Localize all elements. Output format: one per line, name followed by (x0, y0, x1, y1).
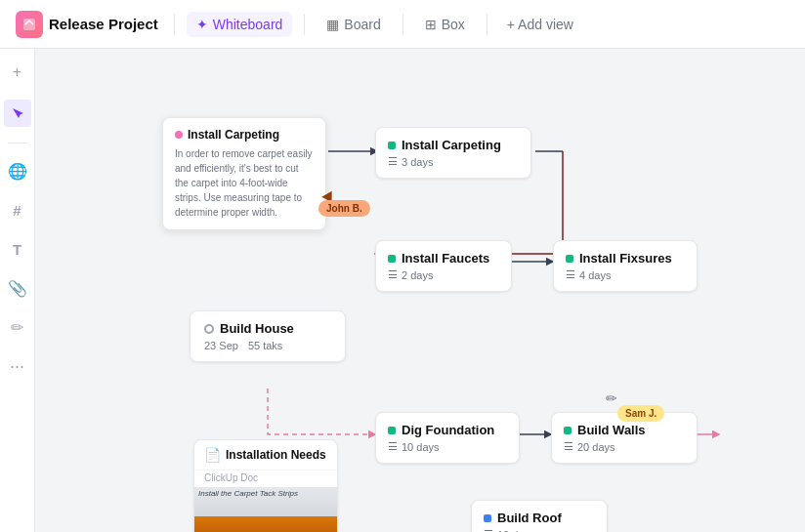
box-icon: ⊞ (425, 17, 437, 32)
sidebar-cursor-icon[interactable] (4, 100, 31, 127)
green-dot (388, 142, 396, 149)
img-caption: Install the Carpet Tack Strips (198, 489, 298, 498)
sidebar-attachment-icon[interactable]: 📎 (6, 276, 29, 300)
install-carpeting-detail-title: Install Carpeting (175, 128, 314, 142)
sidebar-plus-icon[interactable]: + (6, 61, 29, 84)
installation-needs-header: 📄 Installation Needs (194, 440, 337, 471)
dig-foundation-card[interactable]: Dig Foundation ☰ 10 days (375, 412, 520, 464)
install-fixures-title: Install Fixsures (566, 251, 685, 266)
sidebar: + 🌐 # T 📎 ✏ ··· (0, 49, 35, 532)
pencil-icon: ✏ (606, 390, 617, 406)
build-walls-title: Build Walls (564, 423, 685, 437)
nav-divider-4 (487, 14, 487, 35)
install-faucets-meta: ☰ 2 days (388, 268, 499, 281)
nav-divider-1 (174, 14, 175, 35)
green-dot4 (388, 427, 396, 434)
build-roof-card[interactable]: Build Roof ☰ 10 days (471, 500, 608, 532)
days-icon6: ☰ (484, 528, 493, 532)
topbar: Release Project ✦ Whiteboard ▦ Board ⊞ B… (0, 0, 805, 49)
whiteboard-icon: ✦ (196, 17, 208, 32)
dig-foundation-meta: ☰ 10 days (388, 440, 507, 453)
install-carpeting-simple-card[interactable]: Install Carpeting ☰ 3 days (375, 127, 531, 179)
build-house-title: Build House (204, 321, 331, 336)
build-house-meta: 23 Sep 55 taks (204, 340, 331, 351)
installation-needs-title: Installation Needs (226, 448, 326, 462)
green-dot2 (388, 255, 396, 263)
days-icon5: ☰ (564, 440, 573, 453)
sam-badge: Sam J. (617, 405, 664, 422)
days-icon4: ☰ (388, 440, 398, 453)
nav-board-label: Board (344, 17, 380, 32)
add-view-label: + Add view (507, 17, 573, 32)
build-house-card[interactable]: Build House 23 Sep 55 taks (190, 310, 346, 362)
days-icon3: ☰ (566, 268, 575, 281)
install-faucets-title: Install Faucets (388, 251, 499, 266)
green-dot5 (564, 427, 572, 434)
blue-dot (484, 514, 491, 522)
install-fixures-meta: ☰ 4 days (566, 268, 685, 281)
add-view-button[interactable]: + Add view (499, 12, 581, 37)
install-fixures-card[interactable]: Install Fixsures ☰ 4 days (553, 240, 698, 292)
install-carpeting-simple-meta: ☰ 3 days (388, 155, 519, 168)
nav-divider-2 (304, 14, 305, 35)
doc-icon: 📄 (204, 447, 221, 463)
green-dot3 (566, 255, 573, 263)
sidebar-text-icon[interactable]: T (6, 237, 29, 261)
days-icon: ☰ (388, 155, 398, 168)
build-walls-meta: ☰ 20 days (564, 440, 685, 453)
days-icon2: ☰ (388, 268, 398, 281)
app-icon (16, 11, 43, 38)
build-roof-title: Build Roof (484, 511, 595, 525)
installation-needs-card[interactable]: 📄 Installation Needs ClickUp Doc Install… (193, 439, 338, 532)
nav-box[interactable]: ⊞ Box (415, 12, 475, 37)
canvas: Install Carpeting In order to remove car… (35, 49, 805, 532)
dig-foundation-title: Dig Foundation (388, 423, 507, 437)
circle-dot (204, 324, 214, 334)
img-bottom (194, 516, 337, 532)
install-carpeting-detail-card[interactable]: Install Carpeting In order to remove car… (162, 117, 326, 230)
pink-dot (175, 131, 183, 139)
install-carpeting-simple-title: Install Carpeting (388, 138, 519, 152)
sidebar-hash-icon[interactable]: # (6, 198, 29, 222)
sidebar-more-icon[interactable]: ··· (6, 354, 29, 378)
john-badge: John B. (318, 200, 370, 217)
nav-whiteboard[interactable]: ✦ Whiteboard (187, 12, 293, 37)
nav-divider-3 (402, 14, 403, 35)
sidebar-pencil-icon[interactable]: ✏ (6, 315, 29, 339)
board-icon: ▦ (326, 17, 339, 32)
install-faucets-card[interactable]: Install Faucets ☰ 2 days (375, 240, 512, 292)
build-roof-meta: ☰ 10 days (484, 528, 595, 532)
installation-needs-img: Install the Carpet Tack Strips (194, 487, 337, 532)
install-carpeting-detail-body: In order to remove carpet easily and eff… (175, 146, 314, 220)
sidebar-globe-icon[interactable]: 🌐 (6, 159, 29, 183)
project-title: Release Project (49, 16, 158, 32)
nav-whiteboard-label: Whiteboard (213, 17, 283, 32)
nav-board[interactable]: ▦ Board (317, 12, 390, 37)
nav-box-label: Box (442, 17, 465, 32)
sidebar-divider (8, 143, 27, 143)
installation-needs-sub: ClickUp Doc (194, 471, 337, 487)
